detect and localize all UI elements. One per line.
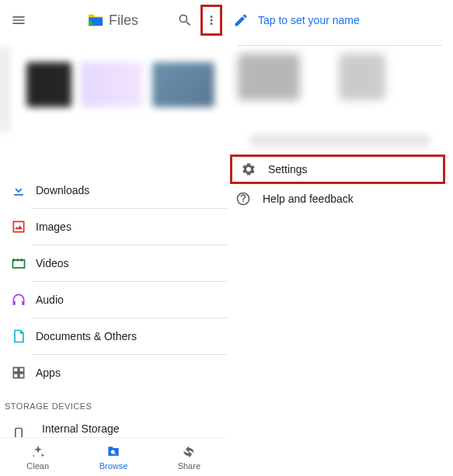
category-label: Documents & Others bbox=[36, 330, 137, 342]
set-name-text: Tap to set your name bbox=[258, 14, 360, 26]
storage-section-header: STORAGE DEVICES bbox=[0, 391, 227, 417]
top-actions bbox=[171, 5, 222, 36]
apps-icon bbox=[8, 362, 30, 384]
category-audio[interactable]: Audio bbox=[0, 282, 227, 318]
category-apps[interactable]: Apps bbox=[0, 355, 227, 391]
nav-share[interactable]: Share bbox=[152, 438, 227, 476]
category-videos[interactable]: Videos bbox=[0, 245, 227, 281]
categories-list: Downloads Images Videos Audio bbox=[0, 172, 227, 391]
category-label: Downloads bbox=[36, 184, 89, 196]
category-label: Videos bbox=[36, 257, 69, 269]
storage-title: Internal Storage bbox=[42, 422, 120, 436]
files-app-icon bbox=[87, 13, 104, 27]
help-label: Help and feedback bbox=[263, 193, 354, 205]
topbar: Files bbox=[0, 0, 227, 40]
category-images[interactable]: Images bbox=[0, 209, 227, 245]
overflow-menu-icon[interactable] bbox=[204, 13, 218, 27]
settings-label: Settings bbox=[268, 163, 308, 175]
left-pane: Files Downloads bbox=[0, 0, 227, 476]
gear-icon bbox=[240, 161, 257, 178]
app-logo: Files bbox=[87, 12, 138, 29]
category-documents[interactable]: Documents & Others bbox=[0, 318, 227, 354]
nav-clean[interactable]: Clean bbox=[0, 438, 75, 476]
overflow-highlight bbox=[200, 5, 222, 36]
settings-menu-item[interactable]: Settings bbox=[230, 155, 445, 184]
blurred-line bbox=[250, 134, 430, 147]
hamburger-icon[interactable] bbox=[5, 6, 33, 34]
search-icon[interactable] bbox=[171, 6, 199, 34]
nav-label: Browse bbox=[99, 461, 128, 471]
blurred-profile-area bbox=[238, 54, 442, 131]
app-title: Files bbox=[109, 12, 138, 29]
audio-icon bbox=[8, 289, 30, 311]
bottom-nav: Clean Browse Share bbox=[0, 437, 227, 476]
nav-label: Share bbox=[178, 461, 200, 471]
nav-browse[interactable]: Browse bbox=[75, 438, 151, 476]
right-pane-dropdown: Tap to set your name Settings Help and f… bbox=[227, 0, 453, 476]
sparkle-icon bbox=[30, 444, 46, 460]
category-downloads[interactable]: Downloads bbox=[0, 172, 227, 208]
category-label: Images bbox=[36, 221, 71, 233]
help-menu-item[interactable]: Help and feedback bbox=[227, 184, 453, 214]
nav-label: Clean bbox=[26, 461, 49, 471]
category-label: Apps bbox=[36, 367, 61, 379]
help-icon bbox=[235, 190, 252, 207]
download-icon bbox=[8, 179, 30, 201]
folder-search-icon bbox=[106, 444, 121, 460]
pencil-icon bbox=[233, 12, 249, 28]
share-icon bbox=[181, 444, 197, 460]
document-icon bbox=[8, 325, 30, 347]
divider bbox=[238, 45, 442, 46]
set-name-row[interactable]: Tap to set your name bbox=[227, 0, 453, 40]
blurred-thumbnails bbox=[0, 40, 227, 165]
image-icon bbox=[8, 216, 30, 238]
video-icon bbox=[8, 252, 30, 274]
category-label: Audio bbox=[36, 294, 64, 306]
